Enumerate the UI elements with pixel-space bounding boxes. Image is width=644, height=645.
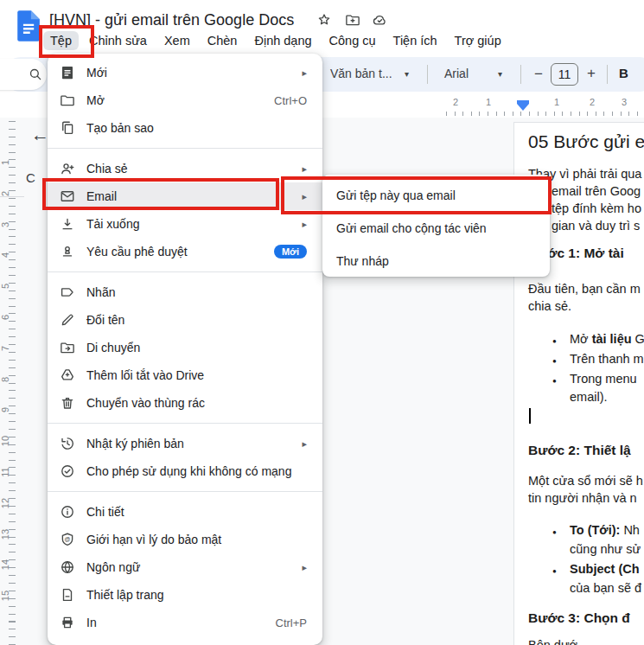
doc-bullet-continuation: của bạn sẽ đ xyxy=(570,579,641,597)
ruler-number: 1 xyxy=(0,155,10,170)
horizontal-ruler[interactable] xyxy=(446,112,644,116)
ruler-number: 14 xyxy=(0,557,10,572)
increase-font-size-button[interactable]: + xyxy=(587,65,596,82)
ruler-number: 5 xyxy=(0,278,10,294)
doc-paragraph-line: tệp đính kèm ho xyxy=(552,200,641,217)
menu-item-label: Mở xyxy=(86,93,264,107)
bullet-bold-text: Subject (Ch xyxy=(570,562,640,576)
bullet-bold-text: To (Tới): xyxy=(570,523,620,537)
paragraph-style-dropdown[interactable]: Văn bản t... xyxy=(330,67,392,80)
menu-item-label: Di chuyển xyxy=(86,341,307,354)
menu-item-version-history[interactable]: Nhật ký phiên bản ▸ xyxy=(48,430,322,457)
menu-item-download[interactable]: Tải xuống ▸ xyxy=(48,210,322,238)
chevron-down-icon[interactable]: ▾ xyxy=(498,69,502,79)
menu-item-move[interactable]: Di chuyển xyxy=(48,334,322,361)
menu-extensions[interactable]: Tiện ích xyxy=(386,31,444,50)
submenu-item-email-this-file[interactable]: Gửi tệp này qua email xyxy=(322,180,550,211)
google-docs-logo[interactable] xyxy=(16,10,41,46)
menu-item-label: Đổi tên xyxy=(86,313,307,327)
menu-item-offline[interactable]: Cho phép sử dụng khi không có mạng xyxy=(48,457,322,485)
doc-paragraph-line: gian và duy trì s xyxy=(552,217,640,234)
cloud-saved-icon[interactable] xyxy=(372,12,387,31)
font-dropdown[interactable]: Arial xyxy=(444,67,469,80)
file-menu: Mới ▸ Mở Ctrl+O Tạo bản sao Chia sẻ ▸ Em… xyxy=(48,54,322,645)
submenu-arrow-icon: ▸ xyxy=(302,191,307,202)
menu-item-language[interactable]: Ngôn ngữ ▸ xyxy=(48,553,322,581)
menu-item-label: Chi tiết xyxy=(86,505,307,519)
menu-item-label: Yêu cầu phê duyệt xyxy=(86,245,274,259)
menu-item-details[interactable]: Chi tiết xyxy=(48,498,322,526)
text-cursor xyxy=(529,408,531,424)
new-badge: Mới xyxy=(274,245,307,259)
menu-item-share[interactable]: Chia sẻ ▸ xyxy=(48,155,322,182)
menu-edit[interactable]: Chỉnh sửa xyxy=(82,31,154,50)
menu-item-page-setup[interactable]: Thiết lập trang xyxy=(48,581,322,609)
menu-item-email[interactable]: Email ▸ xyxy=(48,182,322,210)
menu-item-add-shortcut-drive[interactable]: Thêm lối tắt vào Drive xyxy=(48,361,322,389)
menu-item-make-copy[interactable]: Tạo bản sao xyxy=(48,114,322,142)
menu-item-open[interactable]: Mở Ctrl+O xyxy=(48,86,322,114)
menu-item-new[interactable]: Mới ▸ xyxy=(48,59,322,86)
menu-divider xyxy=(48,271,322,272)
menu-item-rename[interactable]: Đổi tên xyxy=(48,306,322,334)
outline-text-fragment: C xyxy=(26,170,35,185)
font-size-input[interactable]: 11 xyxy=(551,63,578,86)
hide-outline-arrow-icon[interactable]: ← xyxy=(31,125,49,145)
ruler-number: 15 xyxy=(0,588,10,603)
ruler-number: 2 xyxy=(0,186,10,201)
ruler-number: 2 xyxy=(453,97,458,107)
drive-add-icon xyxy=(60,367,75,383)
menu-insert[interactable]: Chèn xyxy=(201,31,245,50)
menu-item-labels[interactable]: Nhãn xyxy=(48,278,322,306)
menu-item-security-limitations[interactable]: @ Giới hạn vì lý do bảo mật xyxy=(48,526,322,553)
ruler-number: 1 xyxy=(554,97,559,107)
menu-divider xyxy=(48,491,322,492)
submenu-arrow-icon: ▸ xyxy=(302,219,307,230)
menu-help[interactable]: Trợ giúp xyxy=(448,31,508,50)
toolbar-divider xyxy=(427,65,428,84)
globe-icon xyxy=(60,559,75,575)
menu-item-label: Tải xuống xyxy=(86,217,291,231)
page-setup-icon xyxy=(60,587,75,603)
menu-view[interactable]: Xem xyxy=(157,31,197,50)
doc-paragraph-line: tin người nhận và n xyxy=(528,489,637,507)
submenu-item-email-collaborators[interactable]: Gửi email cho cộng tác viên xyxy=(322,213,550,244)
menu-tools[interactable]: Công cụ xyxy=(322,31,383,50)
history-icon xyxy=(60,436,75,451)
doc-paragraph-line: email trên Goog xyxy=(552,182,641,200)
ruler-number: 12 xyxy=(0,495,10,511)
submenu-arrow-icon: ▸ xyxy=(302,67,307,79)
ruler-number: 1 xyxy=(486,97,491,107)
ruler-number: 7 xyxy=(0,341,10,356)
document-title[interactable]: [HVN] - gửi email trên Google Docs xyxy=(49,11,294,29)
decrease-font-size-button[interactable]: − xyxy=(534,66,543,83)
submenu-item-draft[interactable]: Thư nháp xyxy=(322,246,550,277)
bold-button[interactable]: B xyxy=(619,66,628,80)
menu-bar: Tệp Chỉnh sửa Xem Chèn Định dạng Công cụ… xyxy=(43,31,508,50)
shortcut-label: Ctrl+P xyxy=(276,616,307,629)
menu-item-move-to-trash[interactable]: Chuyển vào thùng rác xyxy=(48,389,322,417)
ruler-number: 3 xyxy=(0,217,10,233)
person-add-icon xyxy=(60,161,75,176)
menu-format[interactable]: Định dạng xyxy=(247,31,318,50)
move-folder-icon[interactable] xyxy=(345,12,360,31)
menu-file[interactable]: Tệp xyxy=(43,31,79,50)
indent-marker-triangle[interactable] xyxy=(517,104,529,111)
bullet-bold-text: tài liệu xyxy=(592,332,632,346)
menu-item-request-approval[interactable]: Yêu cầu phê duyệt Mới xyxy=(48,238,322,265)
star-icon[interactable] xyxy=(316,12,332,31)
shield-at-icon: @ xyxy=(60,532,75,547)
google-docs-window: 05 Bước gửi e Thay vì phải trải qua emai… xyxy=(0,0,644,645)
menu-item-label: Thêm lối tắt vào Drive xyxy=(86,368,307,382)
toolbar-divider xyxy=(607,65,608,84)
chevron-down-icon[interactable]: ▾ xyxy=(405,69,409,79)
menu-item-label: Nhãn xyxy=(86,285,307,299)
doc-bullet-line: Mở tài liệu G xyxy=(570,330,644,348)
search-icon[interactable] xyxy=(28,67,43,86)
shortcut-label: Ctrl+O xyxy=(274,94,307,107)
menu-item-print[interactable]: In Ctrl+P xyxy=(48,609,322,636)
doc-bullet-line: To (Tới): Nh xyxy=(570,521,640,539)
menu-item-label: Mới xyxy=(86,66,291,80)
email-submenu: Gửi tệp này qua email Gửi email cho cộng… xyxy=(322,175,550,277)
doc-bullet-continuation: email). xyxy=(570,388,608,406)
